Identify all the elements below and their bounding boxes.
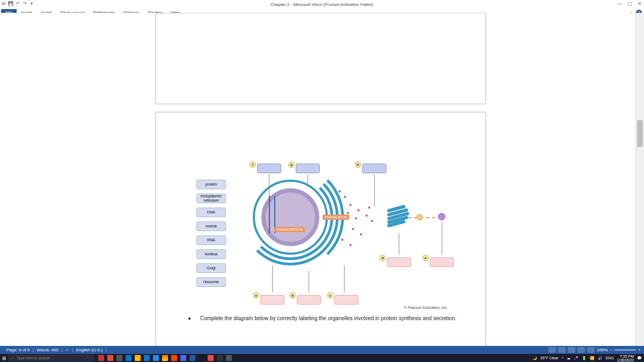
label-ribosome[interactable]: ribosome [196, 277, 226, 287]
taskbar: ⊞ ⌕ Type here to search 🌙 35°F Clear ^ ☁… [0, 354, 644, 362]
taskbar-firefox[interactable] [162, 355, 168, 361]
taskbar-word[interactable] [189, 355, 195, 361]
marker-b: b [289, 292, 296, 299]
taskbar-discord[interactable] [180, 355, 186, 361]
taskbar-app-5[interactable] [217, 355, 223, 361]
label-vesicle[interactable]: vesicle [196, 221, 226, 231]
dot [357, 209, 360, 211]
dot [349, 204, 352, 206]
dot [341, 239, 343, 241]
marker-d: d [379, 255, 386, 261]
view-full-screen[interactable] [558, 347, 566, 353]
copyright-text: © Pearson Education, Inc. [404, 306, 448, 309]
connector [399, 233, 399, 255]
marker-e: e [422, 255, 429, 261]
wifi-icon[interactable]: 📶 [590, 356, 595, 360]
dot [344, 196, 346, 198]
tray-mic-icon[interactable]: 🎤 [574, 356, 579, 360]
blank-c[interactable] [334, 295, 358, 305]
view-print-layout[interactable] [548, 347, 556, 353]
tray-lang[interactable]: ENG [606, 356, 614, 360]
blank-e[interactable] [430, 257, 454, 267]
bullet-icon [188, 317, 191, 320]
taskbar-settings[interactable] [226, 355, 232, 361]
blank-d[interactable] [387, 257, 411, 267]
start-button[interactable]: ⊞ [0, 354, 8, 362]
transcription-label: TRANSCRIPTION [274, 227, 305, 232]
connector [272, 265, 273, 292]
status-language[interactable]: English (U.S.) [73, 348, 106, 352]
taskbar-search[interactable]: ⌕ Type here to search [8, 354, 94, 361]
page-current[interactable]: protein endoplasmic reticulum DNA vesicl… [156, 112, 486, 346]
taskbar-mail[interactable] [153, 355, 159, 361]
taskbar-explorer[interactable] [135, 355, 141, 361]
minimize-button[interactable]: — [617, 1, 622, 6]
connector [374, 174, 375, 206]
connector [344, 265, 345, 292]
view-web-layout[interactable] [568, 347, 575, 353]
page-previous [156, 13, 486, 104]
zoom-level[interactable]: 160% [597, 348, 608, 352]
label-bank: protein endoplasmic reticulum DNA vesicl… [196, 180, 226, 287]
marker-a: a [253, 292, 259, 299]
maximize-button[interactable]: ▢ [627, 1, 632, 6]
weather-icon[interactable]: 🌙 [532, 356, 537, 360]
taskbar-task-view[interactable] [116, 355, 122, 361]
tray-date[interactable]: 1/30/2023 [617, 358, 634, 362]
tray-chevron-icon[interactable]: ^ [561, 356, 563, 360]
cell-diagram: f g h TRANSCRIPTION TRANSLATION [242, 158, 457, 314]
vesicle-shape [416, 214, 423, 220]
blank-a[interactable] [260, 295, 284, 305]
blank-h[interactable] [362, 164, 386, 173]
marker-h: h [355, 161, 361, 168]
label-endoplasmic-reticulum[interactable]: endoplasmic reticulum [196, 194, 226, 203]
search-placeholder: Type here to search [17, 356, 50, 360]
taskbar-app-2[interactable] [107, 355, 113, 361]
blank-b[interactable] [297, 295, 321, 305]
window-title: Chapter 2 - Microsoft Word (Product Acti… [0, 2, 644, 7]
close-button[interactable]: ✕ [638, 1, 642, 6]
marker-c: c [327, 292, 333, 299]
taskbar-store[interactable] [144, 355, 150, 361]
label-rna[interactable]: RNA [196, 235, 226, 245]
label-golgi[interactable]: Golgi [196, 263, 226, 273]
status-words[interactable]: Words: 402 [33, 348, 62, 352]
instruction-content: Complete the diagram below by correctly … [200, 315, 457, 321]
scroll-thumb[interactable] [637, 120, 643, 147]
connector [309, 271, 309, 292]
label-nucleus[interactable]: nucleus [196, 249, 226, 259]
notifications-icon[interactable]: 💬 [637, 356, 642, 360]
status-proofing-icon[interactable]: ✓ [62, 348, 73, 352]
dot [349, 244, 352, 246]
taskbar-app-1[interactable] [98, 355, 104, 361]
dot [347, 212, 349, 214]
view-draft[interactable] [587, 347, 595, 353]
status-page[interactable]: Page: 6 of 9 [3, 348, 33, 352]
taskbar-steam[interactable] [199, 355, 204, 361]
dot [339, 190, 341, 193]
weather-text[interactable]: 35°F Clear [540, 356, 559, 360]
translation-label: TRANSLATION [323, 215, 349, 220]
taskbar-app-4[interactable] [208, 355, 214, 361]
tray-time[interactable]: 7:35 PM [617, 354, 634, 358]
dot [365, 215, 368, 217]
zoom-out-icon[interactable]: − [610, 348, 613, 352]
vertical-scrollbar[interactable] [635, 13, 644, 346]
zoom-in-icon[interactable]: + [638, 348, 641, 352]
zoom-slider[interactable] [614, 349, 636, 351]
battery-icon[interactable]: 🔋 [582, 356, 587, 360]
label-protein[interactable]: protein [196, 180, 226, 189]
onedrive-icon[interactable]: ☁ [567, 356, 570, 360]
taskbar-edge[interactable] [126, 355, 131, 361]
document-area: protein endoplasmic reticulum DNA vesicl… [0, 13, 634, 346]
view-outline[interactable] [577, 347, 585, 353]
dot [360, 233, 362, 235]
label-dna[interactable]: DNA [196, 208, 226, 217]
golgi-shape [387, 206, 409, 226]
dot [368, 206, 370, 209]
taskbar-app-3[interactable] [171, 355, 177, 361]
secreted-protein [438, 213, 445, 220]
status-bar: Page: 6 of 9 Words: 402 ✓ English (U.S.)… [0, 346, 644, 354]
connector [442, 223, 442, 255]
volume-icon[interactable]: 🔊 [598, 356, 603, 360]
